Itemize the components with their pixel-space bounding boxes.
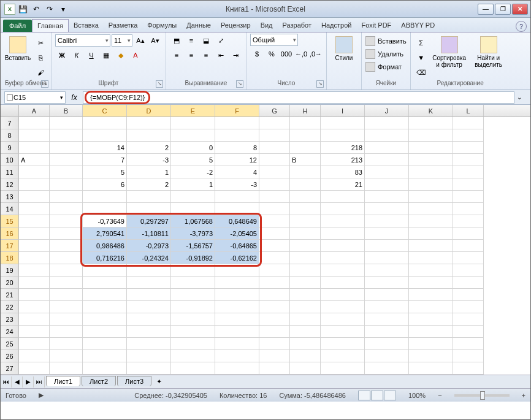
copy-icon[interactable]: ⎘ bbox=[34, 51, 47, 64]
col-header-L[interactable]: L bbox=[453, 105, 484, 116]
cell-A7[interactable] bbox=[19, 117, 50, 129]
cell-F12[interactable]: -3 bbox=[215, 178, 259, 191]
row-header-8[interactable]: 8 bbox=[1, 129, 19, 142]
dialog-launcher-icon[interactable]: ↘ bbox=[236, 80, 243, 88]
minimize-button[interactable]: — bbox=[478, 4, 494, 15]
col-header-J[interactable]: J bbox=[365, 105, 409, 116]
cell-D25[interactable] bbox=[127, 338, 171, 350]
cell-F25[interactable] bbox=[215, 338, 259, 350]
sheet-tab-Лист2[interactable]: Лист2 bbox=[82, 376, 116, 386]
row-header-13[interactable]: 13 bbox=[1, 191, 19, 203]
cell-K26[interactable] bbox=[409, 350, 453, 362]
cell-G23[interactable] bbox=[259, 313, 290, 326]
cell-B10[interactable] bbox=[50, 154, 83, 166]
col-header-A[interactable]: A bbox=[19, 105, 50, 116]
cell-L24[interactable] bbox=[453, 326, 484, 338]
cell-L9[interactable] bbox=[453, 142, 484, 154]
cell-E26[interactable] bbox=[171, 350, 215, 362]
cell-H13[interactable] bbox=[290, 191, 321, 203]
cell-A19[interactable] bbox=[19, 264, 50, 277]
cell-A8[interactable] bbox=[19, 129, 50, 142]
zoom-slider[interactable] bbox=[454, 394, 510, 397]
cell-J11[interactable] bbox=[365, 166, 409, 178]
cell-I14[interactable] bbox=[321, 203, 365, 215]
ribbon-tab-abbyy pd[interactable]: ABBYY PD bbox=[396, 19, 440, 32]
cell-A26[interactable] bbox=[19, 350, 50, 362]
border-icon[interactable]: ▦ bbox=[99, 48, 113, 62]
row-header-19[interactable]: 19 bbox=[1, 264, 19, 277]
cell-F9[interactable]: 8 bbox=[215, 142, 259, 154]
cell-L19[interactable] bbox=[453, 264, 484, 277]
col-header-C[interactable]: C bbox=[83, 105, 127, 116]
font-size-combo[interactable]: 11 bbox=[112, 34, 132, 47]
status-macro-icon[interactable]: ▶ bbox=[39, 391, 44, 399]
cell-G12[interactable] bbox=[259, 178, 290, 191]
cell-D7[interactable] bbox=[127, 117, 171, 129]
cell-G21[interactable] bbox=[259, 289, 290, 301]
cell-E22[interactable] bbox=[171, 301, 215, 313]
cell-C19[interactable] bbox=[83, 264, 127, 277]
cell-C16[interactable]: 2,790541 bbox=[83, 227, 127, 240]
cell-I9[interactable]: 218 bbox=[321, 142, 365, 154]
cell-H18[interactable] bbox=[290, 252, 321, 264]
cell-F22[interactable] bbox=[215, 301, 259, 313]
cell-A25[interactable] bbox=[19, 338, 50, 350]
cell-E8[interactable] bbox=[171, 129, 215, 142]
cell-B26[interactable] bbox=[50, 350, 83, 362]
col-header-E[interactable]: E bbox=[171, 105, 215, 116]
cell-L16[interactable] bbox=[453, 227, 484, 240]
cell-C13[interactable] bbox=[83, 191, 127, 203]
cell-G24[interactable] bbox=[259, 326, 290, 338]
cell-D20[interactable] bbox=[127, 277, 171, 289]
cell-G20[interactable] bbox=[259, 277, 290, 289]
cell-I7[interactable] bbox=[321, 117, 365, 129]
cell-H7[interactable] bbox=[290, 117, 321, 129]
cell-L26[interactable] bbox=[453, 350, 484, 362]
cell-J7[interactable] bbox=[365, 117, 409, 129]
align-right-icon[interactable]: ≡ bbox=[199, 48, 213, 62]
col-header-H[interactable]: H bbox=[290, 105, 321, 116]
cell-B11[interactable] bbox=[50, 166, 83, 178]
cell-F8[interactable] bbox=[215, 129, 259, 142]
cell-D10[interactable]: -3 bbox=[127, 154, 171, 166]
align-middle-icon[interactable]: ≡ bbox=[185, 34, 198, 47]
cell-B20[interactable] bbox=[50, 277, 83, 289]
cell-I8[interactable] bbox=[321, 129, 365, 142]
cell-E19[interactable] bbox=[171, 264, 215, 277]
font-color-icon[interactable]: A bbox=[129, 48, 142, 62]
shrink-font-icon[interactable]: A▾ bbox=[148, 34, 162, 47]
format-cells-button[interactable]: Формат bbox=[365, 61, 402, 73]
zoom-in-button[interactable]: + bbox=[522, 392, 525, 399]
cell-J26[interactable] bbox=[365, 350, 409, 362]
cell-I22[interactable] bbox=[321, 301, 365, 313]
name-box[interactable]: C15▾ bbox=[4, 91, 66, 104]
inc-decimal-icon[interactable]: ←,0 bbox=[294, 47, 308, 61]
cell-C8[interactable] bbox=[83, 129, 127, 142]
cell-K16[interactable] bbox=[409, 227, 453, 240]
cell-H25[interactable] bbox=[290, 338, 321, 350]
cell-J14[interactable] bbox=[365, 203, 409, 215]
cell-D17[interactable]: -0,2973 bbox=[127, 240, 171, 252]
cell-D8[interactable] bbox=[127, 129, 171, 142]
cell-J24[interactable] bbox=[365, 326, 409, 338]
cell-J21[interactable] bbox=[365, 289, 409, 301]
cell-A9[interactable] bbox=[19, 142, 50, 154]
cell-J17[interactable] bbox=[365, 240, 409, 252]
cell-E23[interactable] bbox=[171, 313, 215, 326]
format-painter-icon[interactable]: 🖌 bbox=[34, 66, 47, 79]
cell-J10[interactable] bbox=[365, 154, 409, 166]
cell-J19[interactable] bbox=[365, 264, 409, 277]
cell-H20[interactable] bbox=[290, 277, 321, 289]
cell-F27[interactable] bbox=[215, 362, 259, 375]
cell-L8[interactable] bbox=[453, 129, 484, 142]
cell-K15[interactable] bbox=[409, 215, 453, 227]
cell-J12[interactable] bbox=[365, 178, 409, 191]
expand-formula-bar-icon[interactable]: ⌄ bbox=[517, 94, 527, 101]
cell-F7[interactable] bbox=[215, 117, 259, 129]
cell-B27[interactable] bbox=[50, 362, 83, 375]
cell-E9[interactable]: 0 bbox=[171, 142, 215, 154]
ribbon-tab-формулы[interactable]: Формулы bbox=[142, 19, 181, 32]
cell-E18[interactable]: -0,91892 bbox=[171, 252, 215, 264]
cell-J22[interactable] bbox=[365, 301, 409, 313]
row-header-12[interactable]: 12 bbox=[1, 178, 19, 191]
